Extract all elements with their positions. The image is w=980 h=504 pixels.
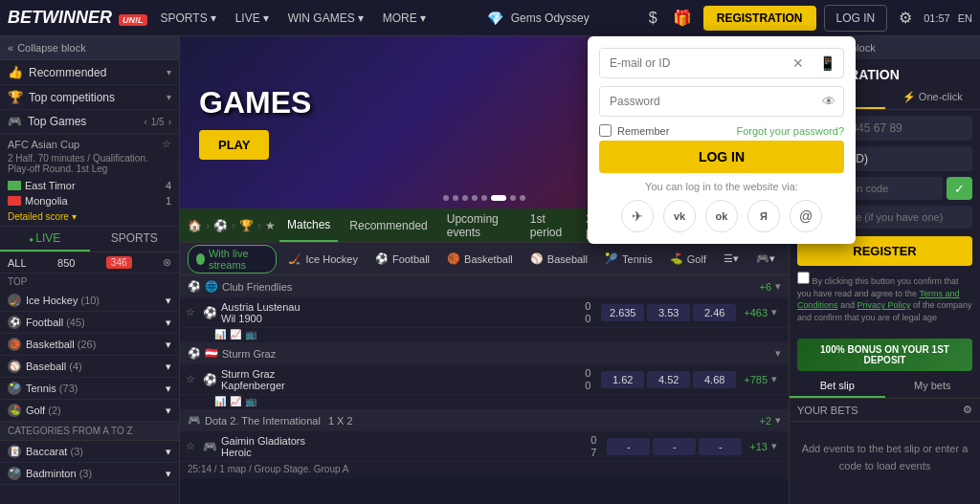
live-streams-toggle[interactable]: With live streams: [188, 245, 277, 274]
home-icon[interactable]: 🏠: [188, 219, 202, 232]
live-tab[interactable]: LIVE: [0, 227, 90, 252]
registration-button[interactable]: REGISTRATION: [703, 6, 816, 31]
nav-recommended[interactable]: Recommended: [342, 208, 434, 242]
sports-breadcrumb-icon[interactable]: ⚽: [213, 219, 228, 232]
next-btn[interactable]: ›: [168, 117, 171, 127]
settings-bets-icon[interactable]: ⚙: [963, 404, 972, 416]
match-expand-icon[interactable]: ▾: [771, 306, 783, 318]
star-breadcrumb-icon[interactable]: ★: [265, 219, 276, 232]
sport-row-golf[interactable]: ⛳ Golf (2) ▾: [0, 400, 179, 422]
match-more3[interactable]: +13: [749, 441, 768, 452]
group-expand[interactable]: ▾: [775, 280, 781, 293]
dot-6[interactable]: [491, 195, 506, 201]
dot-7[interactable]: [510, 195, 516, 201]
sidebar-recommended[interactable]: 👍 Recommended ▾: [0, 60, 179, 85]
filter-baseball[interactable]: ⚾ Baseball: [524, 251, 593, 267]
chart-icon2[interactable]: 📈: [230, 396, 241, 406]
dot-5[interactable]: [481, 195, 487, 201]
tv-icon[interactable]: 📺: [245, 329, 256, 340]
filter-icon[interactable]: ⊗: [163, 256, 171, 269]
nav-sports[interactable]: SPORTS ▾: [155, 11, 222, 25]
odds-xc[interactable]: -: [653, 438, 696, 455]
group-expand2[interactable]: ▾: [775, 347, 781, 360]
my-bets-tab[interactable]: My bets: [885, 375, 981, 398]
nav-win-games[interactable]: WIN GAMES ▾: [282, 11, 369, 25]
filter-tennis[interactable]: 🎾 Tennis: [599, 251, 658, 267]
tv-icon2[interactable]: 📺: [245, 396, 256, 406]
sports-tab[interactable]: SPORTS: [90, 227, 180, 252]
trophy-breadcrumb-icon[interactable]: 🏆: [239, 219, 254, 232]
filter-games[interactable]: 🎮▾: [750, 251, 781, 267]
sport-row-basketball[interactable]: 🏀 Basketball (26) ▾: [0, 334, 179, 356]
dot-1[interactable]: [443, 195, 449, 201]
odds-1c[interactable]: -: [607, 438, 650, 455]
dot-3[interactable]: [462, 195, 468, 201]
privacy-link[interactable]: Privacy Policy: [858, 300, 911, 310]
dot-2[interactable]: [453, 195, 458, 201]
nav-more[interactable]: MORE ▾: [377, 11, 432, 25]
graph-icon[interactable]: 📊: [214, 329, 226, 340]
banner-play-button[interactable]: PLAY: [199, 130, 269, 160]
vk-login-btn[interactable]: vk: [663, 200, 696, 232]
group-expand3[interactable]: ▾: [775, 414, 781, 427]
odds-xb[interactable]: 4.52: [647, 371, 690, 388]
group-extra3[interactable]: +2: [759, 415, 771, 427]
dollar-icon[interactable]: $: [645, 10, 661, 27]
login-button[interactable]: LOG IN: [824, 5, 888, 32]
chart-icon[interactable]: 📈: [230, 329, 241, 340]
password-input[interactable]: [600, 87, 814, 116]
detailed-score[interactable]: Detailed score ▾: [8, 211, 171, 222]
yandex-login-btn[interactable]: Я: [747, 200, 780, 232]
tab-one-click[interactable]: ⚡ One-click: [885, 86, 981, 109]
clear-icon[interactable]: ✕: [785, 55, 812, 71]
dot-8[interactable]: [520, 195, 525, 201]
sidebar-top-games[interactable]: 🎮 Top Games ‹ 1/5 ›: [0, 110, 179, 134]
nav-live[interactable]: LIVE ▾: [230, 11, 275, 25]
terms-checkbox[interactable]: [797, 272, 810, 284]
sport-row-football[interactable]: ⚽ Football (45) ▾: [0, 312, 179, 334]
sport-row-tennis[interactable]: 🎾 Tennis (73) ▾: [0, 378, 179, 400]
sidebar-top-competitions[interactable]: 🏆 Top competitions ▾: [0, 85, 179, 110]
odds-2b[interactable]: 4.68: [693, 371, 736, 388]
filter-golf[interactable]: ⛳ Golf: [664, 251, 712, 267]
fav-icon[interactable]: ☆: [186, 306, 199, 318]
match-more[interactable]: +463: [744, 307, 768, 318]
settings-icon[interactable]: ⚙: [895, 9, 916, 27]
sport-row-hockey[interactable]: 🏒 Ice Hockey (10) ▾: [0, 290, 179, 312]
email-login-btn[interactable]: @: [790, 200, 822, 232]
bet-slip-tab[interactable]: Bet slip: [790, 375, 885, 398]
nav-matches[interactable]: Matches: [279, 208, 338, 242]
match-expand-icon2[interactable]: ▾: [771, 373, 783, 385]
fav-icon3[interactable]: ☆: [186, 440, 199, 452]
forgot-password-link[interactable]: Forgot your password?: [737, 125, 845, 137]
lang-selector[interactable]: EN: [958, 12, 972, 24]
show-password-icon[interactable]: 👁: [814, 94, 843, 109]
telegram-login-btn[interactable]: ✈: [621, 200, 654, 232]
sport-row-baseball[interactable]: ⚾ Baseball (4) ▾: [0, 356, 179, 378]
match-more2[interactable]: +785: [744, 374, 768, 385]
graph-icon2[interactable]: 📊: [214, 396, 226, 406]
gift-icon[interactable]: 🎁: [669, 9, 696, 27]
ok-login-btn[interactable]: ok: [705, 200, 738, 232]
star-icon[interactable]: ☆: [162, 138, 171, 150]
odds-1b[interactable]: 1.62: [601, 371, 644, 388]
filter-basketball[interactable]: 🏀 Basketball: [441, 251, 519, 267]
match-expand-icon3[interactable]: ▾: [771, 440, 783, 452]
filter-more[interactable]: ☰▾: [718, 251, 745, 267]
fav-icon2[interactable]: ☆: [186, 373, 199, 385]
sport-row-badminton[interactable]: 🏸 Badminton (3) ▾: [0, 463, 179, 485]
filter-ice-hockey[interactable]: 🏒 Ice Hockey: [282, 251, 363, 267]
remember-checkbox[interactable]: [599, 124, 612, 137]
filter-football[interactable]: ⚽ Football: [369, 251, 435, 267]
email-id-input[interactable]: [600, 49, 785, 77]
phone-input-icon[interactable]: 📱: [812, 55, 843, 71]
odds-2[interactable]: 2.46: [693, 304, 736, 321]
dot-4[interactable]: [472, 195, 478, 201]
nav-upcoming[interactable]: Upcoming events: [439, 208, 519, 242]
sport-row-baccarat[interactable]: 🃏 Baccarat (3) ▾: [0, 441, 179, 463]
code-check-button[interactable]: ✓: [947, 177, 972, 200]
prev-btn[interactable]: ‹: [144, 117, 146, 127]
odds-1[interactable]: 2.635: [601, 304, 644, 321]
collapse-block-btn[interactable]: « Collapse block: [0, 36, 179, 60]
odds-x[interactable]: 3.53: [647, 304, 690, 321]
